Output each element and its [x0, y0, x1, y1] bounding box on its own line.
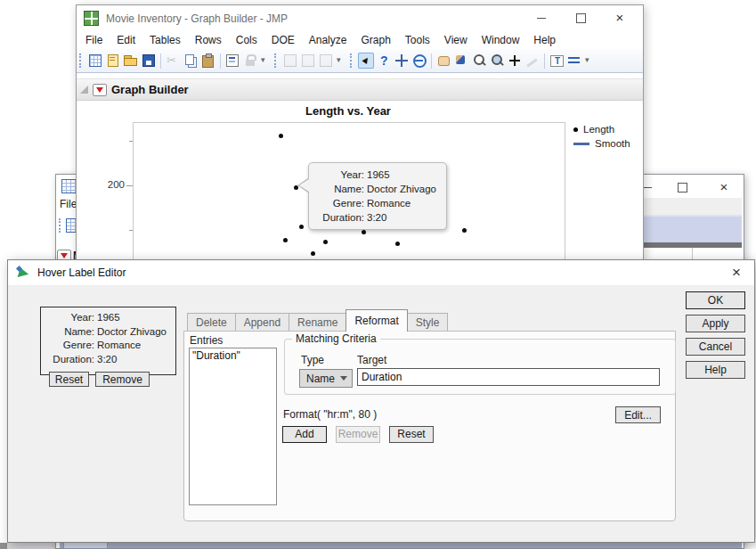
overflow-icon[interactable] — [584, 53, 593, 69]
type-dropdown[interactable]: Name — [299, 369, 353, 388]
tab-append[interactable]: Append — [235, 313, 289, 332]
red-triangle-menu-icon[interactable] — [93, 84, 107, 96]
hover-row-value: Doctor Zhivago — [367, 182, 439, 196]
close-button[interactable] — [717, 180, 731, 194]
tooltip-arrow — [297, 177, 309, 193]
help-icon[interactable] — [376, 53, 392, 69]
entries-label: Entries — [190, 334, 223, 347]
cancel-button[interactable]: Cancel — [686, 338, 745, 356]
menu-help[interactable]: Help — [526, 34, 563, 46]
data-point[interactable] — [323, 240, 328, 244]
text-box-icon[interactable] — [549, 53, 565, 69]
dialog-action-buttons: AddRemoveReset — [282, 425, 443, 443]
graph-menubar: FileEditTablesRowsColsDOEAnalyzeGraphToo… — [78, 31, 563, 49]
menu-analyze[interactable]: Analyze — [302, 34, 354, 46]
grabber-hand-icon[interactable] — [435, 53, 451, 69]
entries-item[interactable]: "Duration" — [190, 348, 276, 363]
dialog-tabs: DeleteAppendRenameReformatStyle — [187, 309, 447, 332]
maximize-button[interactable] — [561, 5, 600, 30]
apply-button[interactable]: Apply — [686, 315, 745, 332]
brush-icon[interactable] — [453, 53, 469, 69]
menu-cols[interactable]: Cols — [229, 34, 264, 46]
arrow-cursor-icon[interactable] — [358, 53, 374, 69]
data-point[interactable] — [311, 251, 315, 256]
data-point[interactable] — [299, 225, 304, 229]
copy-icon[interactable] — [183, 53, 199, 69]
menu-doe[interactable]: DOE — [264, 34, 302, 46]
help-button[interactable]: Help — [686, 361, 745, 379]
line-annotation-icon[interactable] — [566, 53, 582, 69]
type-dropdown-value: Name — [306, 373, 340, 385]
ok-button[interactable]: OK — [686, 291, 745, 309]
menu-window[interactable]: Window — [475, 34, 527, 46]
data-point[interactable] — [283, 238, 288, 242]
hover-label-editor-dialog: Hover Label Editor Year:1965Name:Doctor … — [7, 259, 755, 543]
close-button[interactable] — [600, 5, 639, 30]
journal-box-icon[interactable] — [224, 53, 240, 69]
zoom-in-icon[interactable] — [489, 53, 505, 69]
menu-rows[interactable]: Rows — [188, 34, 229, 46]
reset-entry-button[interactable]: Reset — [389, 426, 434, 443]
data-point[interactable] — [279, 134, 283, 138]
menu-file[interactable]: File — [78, 34, 110, 46]
minimize-button[interactable] — [522, 5, 561, 30]
graph-toolbar — [77, 49, 643, 73]
add-entry-button[interactable]: Add — [282, 426, 327, 443]
entries-listbox[interactable]: "Duration" — [189, 348, 277, 505]
data-table-icon — [61, 179, 77, 193]
tab-delete[interactable]: Delete — [187, 313, 236, 332]
menu-edit[interactable]: Edit — [110, 34, 142, 46]
new-data-table-icon[interactable] — [87, 53, 103, 69]
hover-row-label: Duration: — [41, 353, 94, 367]
maximize-button[interactable] — [675, 180, 689, 194]
new-journal-icon[interactable] — [105, 53, 121, 69]
menu-view[interactable]: View — [437, 34, 475, 46]
data-point[interactable] — [462, 228, 467, 233]
preview-remove-button[interactable]: Remove — [95, 372, 150, 387]
data-point[interactable] — [395, 242, 400, 246]
y-axis-minor-tick — [129, 141, 133, 142]
crosshair-icon[interactable] — [394, 53, 410, 69]
reformat-tab-panel: Entries "Duration" Matching Criteria Typ… — [183, 331, 676, 521]
legend-label: Smooth — [595, 138, 630, 149]
data-point[interactable] — [362, 230, 366, 234]
menu-tools[interactable]: Tools — [398, 34, 437, 46]
selection-circle-icon[interactable] — [411, 53, 427, 69]
toolbar-separator — [431, 53, 432, 69]
hover-row-label: Name: — [313, 182, 364, 196]
tab-reformat[interactable]: Reformat — [345, 309, 407, 332]
y-axis-major-tick — [126, 185, 133, 186]
target-input[interactable] — [357, 368, 660, 386]
hover-label-editor-icon — [17, 266, 31, 280]
legend-item-length[interactable]: Length — [573, 122, 630, 136]
hover-row-value: Romance — [97, 339, 175, 353]
panel-title: Graph Builder — [111, 83, 189, 96]
hover-label-preview: Year:1965Name:Doctor ZhivagoGenre:Romanc… — [40, 307, 176, 375]
tab-rename[interactable]: Rename — [289, 313, 346, 332]
legend-dot-marker — [573, 127, 578, 132]
overflow-icon[interactable] — [260, 53, 269, 69]
annotate-plus-icon[interactable] — [507, 53, 523, 69]
hover-row-value: 3:20 — [97, 353, 175, 367]
preview-reset-button[interactable]: Reset — [49, 372, 89, 387]
hover-row-label: Year: — [313, 168, 364, 182]
paste-icon[interactable] — [200, 53, 216, 69]
close-button[interactable] — [728, 264, 745, 282]
window-title: Movie Inventory - Graph Builder - JMP — [106, 12, 288, 25]
graph-hover-tooltip-rows: Year:1965Name:Doctor ZhivagoGenre:Romanc… — [313, 168, 439, 225]
edit-button[interactable]: Edit... — [615, 406, 661, 423]
background-window-fragment — [0, 543, 62, 549]
pencil-icon — [524, 53, 541, 69]
overflow-icon[interactable] — [336, 53, 345, 69]
disclosure-triangle-icon[interactable] — [80, 86, 88, 94]
tab-style[interactable]: Style — [407, 313, 449, 332]
close-icon — [720, 179, 728, 195]
menu-tables[interactable]: Tables — [142, 34, 188, 46]
save-icon[interactable] — [141, 53, 157, 69]
legend-line-marker — [573, 143, 589, 145]
menu-graph[interactable]: Graph — [354, 34, 397, 46]
menu-file[interactable]: File — [56, 198, 77, 210]
legend-item-smooth[interactable]: Smooth — [573, 136, 630, 151]
zoom-out-icon[interactable] — [471, 53, 487, 69]
open-icon[interactable] — [123, 53, 139, 69]
